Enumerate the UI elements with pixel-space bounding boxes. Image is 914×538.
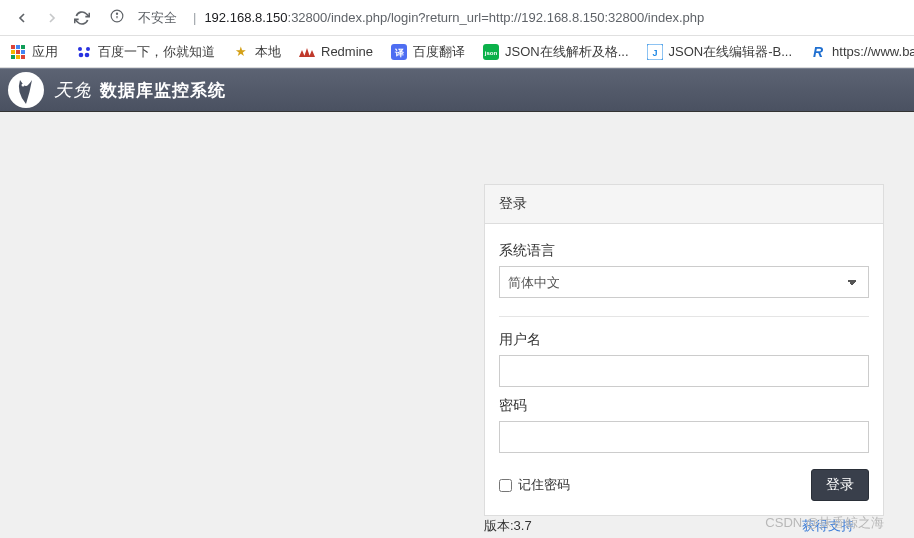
panel-body: 系统语言 简体中文 用户名 密码 记住密码 登录 (485, 224, 883, 515)
bookmark-label: 本地 (255, 43, 281, 61)
login-panel: 登录 系统语言 简体中文 用户名 密码 记住密码 登录 (484, 184, 884, 516)
svg-rect-9 (11, 55, 15, 59)
bookmark-fanyi[interactable]: 译百度翻译 (391, 43, 465, 61)
r-icon: R (810, 44, 826, 60)
svg-rect-5 (21, 45, 25, 49)
svg-point-2 (116, 13, 117, 14)
username-label: 用户名 (499, 331, 869, 349)
remember-checkbox-wrap[interactable]: 记住密码 (499, 476, 570, 494)
insecure-label: 不安全 (138, 9, 177, 27)
svg-text:R: R (813, 44, 824, 60)
app-header: 天兔 数据库监控系统 (0, 68, 914, 112)
bookmark-label: Redmine (321, 44, 373, 59)
json-icon: json (483, 44, 499, 60)
password-label: 密码 (499, 397, 869, 415)
svg-point-12 (78, 47, 82, 51)
bookmark-json2[interactable]: JJSON在线编辑器-B... (647, 43, 793, 61)
watermark: CSDN @抹香鲸之海 (765, 514, 884, 532)
bookmark-label: JSON在线解析及格... (505, 43, 629, 61)
svg-rect-11 (21, 55, 25, 59)
svg-rect-10 (16, 55, 20, 59)
bookmark-json1[interactable]: jsonJSON在线解析及格... (483, 43, 629, 61)
bookmark-redmine[interactable]: Redmine (299, 44, 373, 60)
separator: | (193, 10, 196, 25)
password-input[interactable] (499, 421, 869, 453)
json-icon: J (647, 44, 663, 60)
svg-text:J: J (652, 48, 657, 58)
info-icon (110, 9, 130, 26)
back-button[interactable] (10, 6, 34, 30)
svg-point-24 (22, 84, 25, 87)
url-port: :32800 (288, 10, 328, 25)
svg-rect-8 (21, 50, 25, 54)
form-footer: 记住密码 登录 (499, 469, 869, 501)
panel-title: 登录 (485, 185, 883, 224)
divider (499, 316, 869, 317)
url-host: 192.168.8.150 (204, 10, 287, 25)
version-text: 版本:3.7 (484, 517, 532, 535)
login-button[interactable]: 登录 (811, 469, 869, 501)
bookmark-label: https://www.baid... (832, 44, 914, 59)
brand-name2: 数据库监控系统 (100, 79, 226, 102)
svg-text:json: json (484, 50, 498, 56)
baidu-icon (76, 44, 92, 60)
remember-checkbox[interactable] (499, 479, 512, 492)
bookmark-label: 应用 (32, 43, 58, 61)
svg-text:译: 译 (394, 48, 405, 58)
bookmark-baidu-url[interactable]: Rhttps://www.baid... (810, 44, 914, 60)
redmine-icon (299, 44, 315, 60)
remember-label: 记住密码 (518, 476, 570, 494)
svg-point-15 (85, 52, 90, 57)
svg-rect-7 (16, 50, 20, 54)
content-area: 登录 系统语言 简体中文 用户名 密码 记住密码 登录 版本:3.7 获得支持 … (0, 112, 914, 538)
translate-icon: 译 (391, 44, 407, 60)
bookmark-apps[interactable]: 应用 (10, 43, 58, 61)
bookmark-label: JSON在线编辑器-B... (669, 43, 793, 61)
username-input[interactable] (499, 355, 869, 387)
browser-toolbar: 不安全 | 192.168.8.150:32800/index.php/logi… (0, 0, 914, 36)
bookmark-baidu[interactable]: 百度一下，你就知道 (76, 43, 215, 61)
brand-name1: 天兔 (54, 78, 92, 102)
apps-icon (10, 44, 26, 60)
svg-point-13 (86, 47, 90, 51)
reload-button[interactable] (70, 6, 94, 30)
svg-point-14 (79, 52, 84, 57)
app-logo-icon (6, 70, 46, 110)
bookmark-label: 百度一下，你就知道 (98, 43, 215, 61)
bookmarks-bar: 应用 百度一下，你就知道 ★本地 Redmine 译百度翻译 jsonJSON在… (0, 36, 914, 68)
svg-rect-6 (11, 50, 15, 54)
address-bar[interactable]: 不安全 | 192.168.8.150:32800/index.php/logi… (106, 5, 904, 31)
language-select[interactable]: 简体中文 (499, 266, 869, 298)
forward-button[interactable] (40, 6, 64, 30)
star-icon: ★ (233, 44, 249, 60)
svg-rect-4 (16, 45, 20, 49)
url-path: /index.php/login?return_url=http://192.1… (327, 10, 704, 25)
svg-rect-3 (11, 45, 15, 49)
bookmark-local[interactable]: ★本地 (233, 43, 281, 61)
language-label: 系统语言 (499, 242, 869, 260)
bookmark-label: 百度翻译 (413, 43, 465, 61)
